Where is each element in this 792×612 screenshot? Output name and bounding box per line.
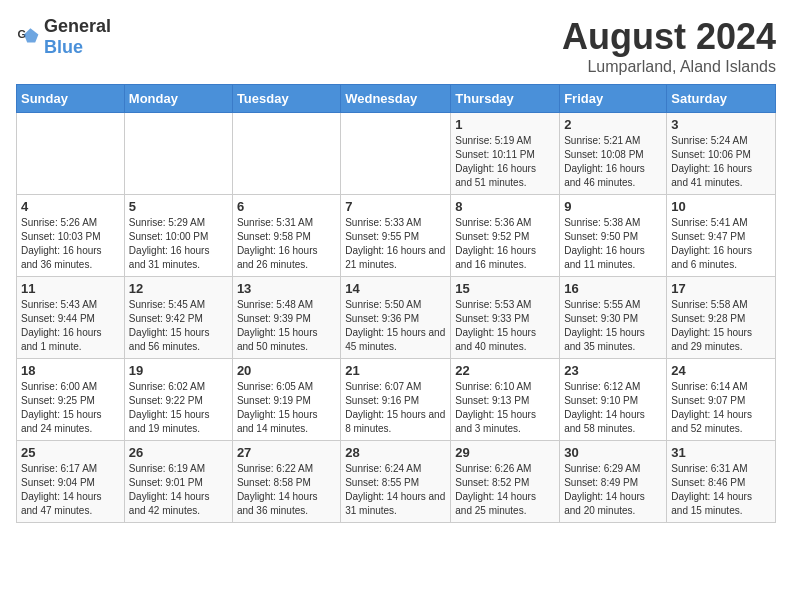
header-saturday: Saturday (667, 85, 776, 113)
day-cell: 14Sunrise: 5:50 AM Sunset: 9:36 PM Dayli… (341, 277, 451, 359)
day-detail: Sunrise: 6:31 AM Sunset: 8:46 PM Dayligh… (671, 462, 771, 518)
day-number: 31 (671, 445, 771, 460)
day-cell: 18Sunrise: 6:00 AM Sunset: 9:25 PM Dayli… (17, 359, 125, 441)
day-number: 30 (564, 445, 662, 460)
day-cell: 27Sunrise: 6:22 AM Sunset: 8:58 PM Dayli… (232, 441, 340, 523)
header-friday: Friday (560, 85, 667, 113)
day-detail: Sunrise: 5:41 AM Sunset: 9:47 PM Dayligh… (671, 216, 771, 272)
day-cell: 12Sunrise: 5:45 AM Sunset: 9:42 PM Dayli… (124, 277, 232, 359)
day-detail: Sunrise: 5:29 AM Sunset: 10:00 PM Daylig… (129, 216, 228, 272)
day-cell: 3Sunrise: 5:24 AM Sunset: 10:06 PM Dayli… (667, 113, 776, 195)
day-number: 14 (345, 281, 446, 296)
day-detail: Sunrise: 5:33 AM Sunset: 9:55 PM Dayligh… (345, 216, 446, 272)
day-detail: Sunrise: 6:14 AM Sunset: 9:07 PM Dayligh… (671, 380, 771, 436)
header-monday: Monday (124, 85, 232, 113)
day-detail: Sunrise: 6:17 AM Sunset: 9:04 PM Dayligh… (21, 462, 120, 518)
day-detail: Sunrise: 6:26 AM Sunset: 8:52 PM Dayligh… (455, 462, 555, 518)
day-detail: Sunrise: 5:31 AM Sunset: 9:58 PM Dayligh… (237, 216, 336, 272)
day-cell: 4Sunrise: 5:26 AM Sunset: 10:03 PM Dayli… (17, 195, 125, 277)
logo-general: General (44, 16, 111, 36)
day-cell: 13Sunrise: 5:48 AM Sunset: 9:39 PM Dayli… (232, 277, 340, 359)
day-detail: Sunrise: 6:02 AM Sunset: 9:22 PM Dayligh… (129, 380, 228, 436)
day-number: 27 (237, 445, 336, 460)
day-detail: Sunrise: 6:05 AM Sunset: 9:19 PM Dayligh… (237, 380, 336, 436)
day-cell (17, 113, 125, 195)
day-cell: 10Sunrise: 5:41 AM Sunset: 9:47 PM Dayli… (667, 195, 776, 277)
week-row-0: 1Sunrise: 5:19 AM Sunset: 10:11 PM Dayli… (17, 113, 776, 195)
day-detail: Sunrise: 6:29 AM Sunset: 8:49 PM Dayligh… (564, 462, 662, 518)
day-cell (232, 113, 340, 195)
logo: G General Blue (16, 16, 111, 58)
title-area: August 2024 Lumparland, Aland Islands (562, 16, 776, 76)
header-wednesday: Wednesday (341, 85, 451, 113)
calendar-table: SundayMondayTuesdayWednesdayThursdayFrid… (16, 84, 776, 523)
day-detail: Sunrise: 6:24 AM Sunset: 8:55 PM Dayligh… (345, 462, 446, 518)
main-title: August 2024 (562, 16, 776, 58)
subtitle: Lumparland, Aland Islands (562, 58, 776, 76)
week-row-3: 18Sunrise: 6:00 AM Sunset: 9:25 PM Dayli… (17, 359, 776, 441)
day-cell: 26Sunrise: 6:19 AM Sunset: 9:01 PM Dayli… (124, 441, 232, 523)
day-number: 18 (21, 363, 120, 378)
day-number: 26 (129, 445, 228, 460)
day-cell: 20Sunrise: 6:05 AM Sunset: 9:19 PM Dayli… (232, 359, 340, 441)
day-cell: 8Sunrise: 5:36 AM Sunset: 9:52 PM Daylig… (451, 195, 560, 277)
day-cell: 5Sunrise: 5:29 AM Sunset: 10:00 PM Dayli… (124, 195, 232, 277)
day-number: 20 (237, 363, 336, 378)
day-cell: 23Sunrise: 6:12 AM Sunset: 9:10 PM Dayli… (560, 359, 667, 441)
day-cell: 28Sunrise: 6:24 AM Sunset: 8:55 PM Dayli… (341, 441, 451, 523)
header: G General Blue August 2024 Lumparland, A… (16, 16, 776, 76)
day-detail: Sunrise: 5:26 AM Sunset: 10:03 PM Daylig… (21, 216, 120, 272)
day-number: 13 (237, 281, 336, 296)
day-cell: 19Sunrise: 6:02 AM Sunset: 9:22 PM Dayli… (124, 359, 232, 441)
day-detail: Sunrise: 6:10 AM Sunset: 9:13 PM Dayligh… (455, 380, 555, 436)
day-cell: 21Sunrise: 6:07 AM Sunset: 9:16 PM Dayli… (341, 359, 451, 441)
day-cell: 24Sunrise: 6:14 AM Sunset: 9:07 PM Dayli… (667, 359, 776, 441)
day-cell: 7Sunrise: 5:33 AM Sunset: 9:55 PM Daylig… (341, 195, 451, 277)
day-number: 29 (455, 445, 555, 460)
day-detail: Sunrise: 5:21 AM Sunset: 10:08 PM Daylig… (564, 134, 662, 190)
day-number: 11 (21, 281, 120, 296)
day-detail: Sunrise: 5:53 AM Sunset: 9:33 PM Dayligh… (455, 298, 555, 354)
day-detail: Sunrise: 5:55 AM Sunset: 9:30 PM Dayligh… (564, 298, 662, 354)
day-number: 16 (564, 281, 662, 296)
day-number: 12 (129, 281, 228, 296)
week-row-2: 11Sunrise: 5:43 AM Sunset: 9:44 PM Dayli… (17, 277, 776, 359)
header-sunday: Sunday (17, 85, 125, 113)
day-cell: 30Sunrise: 6:29 AM Sunset: 8:49 PM Dayli… (560, 441, 667, 523)
day-detail: Sunrise: 6:00 AM Sunset: 9:25 PM Dayligh… (21, 380, 120, 436)
day-number: 2 (564, 117, 662, 132)
day-cell: 9Sunrise: 5:38 AM Sunset: 9:50 PM Daylig… (560, 195, 667, 277)
day-number: 21 (345, 363, 446, 378)
day-cell: 6Sunrise: 5:31 AM Sunset: 9:58 PM Daylig… (232, 195, 340, 277)
day-number: 28 (345, 445, 446, 460)
day-number: 10 (671, 199, 771, 214)
day-cell (341, 113, 451, 195)
day-cell: 31Sunrise: 6:31 AM Sunset: 8:46 PM Dayli… (667, 441, 776, 523)
day-detail: Sunrise: 5:50 AM Sunset: 9:36 PM Dayligh… (345, 298, 446, 354)
day-cell: 25Sunrise: 6:17 AM Sunset: 9:04 PM Dayli… (17, 441, 125, 523)
day-detail: Sunrise: 5:45 AM Sunset: 9:42 PM Dayligh… (129, 298, 228, 354)
day-cell: 1Sunrise: 5:19 AM Sunset: 10:11 PM Dayli… (451, 113, 560, 195)
day-number: 9 (564, 199, 662, 214)
day-cell: 16Sunrise: 5:55 AM Sunset: 9:30 PM Dayli… (560, 277, 667, 359)
day-cell: 22Sunrise: 6:10 AM Sunset: 9:13 PM Dayli… (451, 359, 560, 441)
day-number: 5 (129, 199, 228, 214)
week-row-1: 4Sunrise: 5:26 AM Sunset: 10:03 PM Dayli… (17, 195, 776, 277)
day-cell: 15Sunrise: 5:53 AM Sunset: 9:33 PM Dayli… (451, 277, 560, 359)
day-number: 7 (345, 199, 446, 214)
day-number: 23 (564, 363, 662, 378)
day-detail: Sunrise: 6:12 AM Sunset: 9:10 PM Dayligh… (564, 380, 662, 436)
day-number: 17 (671, 281, 771, 296)
logo-text: General Blue (44, 16, 111, 58)
logo-blue: Blue (44, 37, 83, 57)
week-row-4: 25Sunrise: 6:17 AM Sunset: 9:04 PM Dayli… (17, 441, 776, 523)
day-detail: Sunrise: 6:07 AM Sunset: 9:16 PM Dayligh… (345, 380, 446, 436)
day-cell: 11Sunrise: 5:43 AM Sunset: 9:44 PM Dayli… (17, 277, 125, 359)
day-cell: 2Sunrise: 5:21 AM Sunset: 10:08 PM Dayli… (560, 113, 667, 195)
day-detail: Sunrise: 5:24 AM Sunset: 10:06 PM Daylig… (671, 134, 771, 190)
day-number: 8 (455, 199, 555, 214)
day-detail: Sunrise: 5:43 AM Sunset: 9:44 PM Dayligh… (21, 298, 120, 354)
day-detail: Sunrise: 6:22 AM Sunset: 8:58 PM Dayligh… (237, 462, 336, 518)
day-number: 19 (129, 363, 228, 378)
day-detail: Sunrise: 5:48 AM Sunset: 9:39 PM Dayligh… (237, 298, 336, 354)
